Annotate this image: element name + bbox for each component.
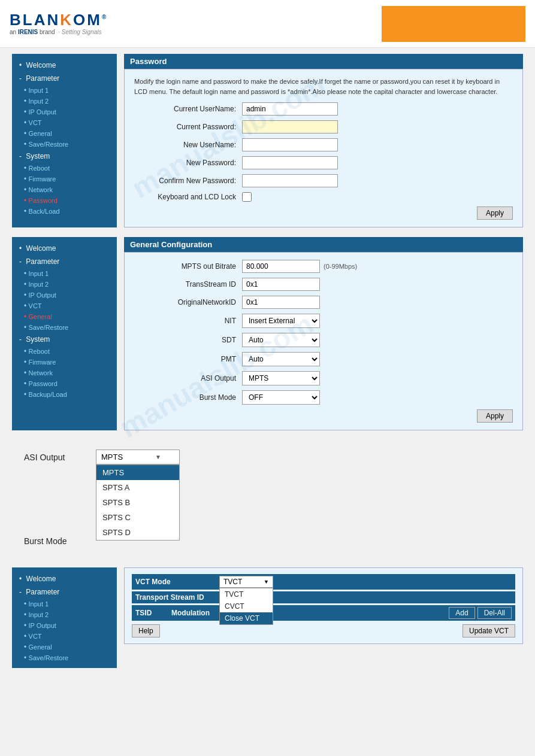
- current-password-label: Current Password:: [134, 123, 242, 131]
- sidebar-input2-1[interactable]: • Input 2: [12, 96, 117, 107]
- current-username-label: Current UserName:: [134, 105, 242, 113]
- sidebar-system-1: - System: [12, 150, 117, 163]
- sidebar-saverestore-2[interactable]: • Save/Restore: [12, 322, 117, 333]
- sidebar-vct-4[interactable]: • VCT: [12, 631, 117, 642]
- gen-apply-button[interactable]: Apply: [477, 409, 513, 423]
- sidebar-password-1[interactable]: • Password: [12, 195, 117, 206]
- logo-sub: an IRENIS brand · Setting Signals: [10, 29, 108, 35]
- vct-help-button[interactable]: Help: [132, 624, 160, 637]
- sidebar-reboot-1[interactable]: • Reboot: [12, 163, 117, 174]
- vct-mode-label: VCT Mode: [135, 578, 219, 586]
- password-apply-button[interactable]: Apply: [477, 207, 513, 220]
- asi-output-dropdown-row: ASI Output MPTS ▼ MPTS SPTS A SPTS B SPT…: [24, 450, 511, 464]
- vct-add-button[interactable]: Add: [449, 607, 474, 619]
- nit-select[interactable]: Insert External Auto Manual: [242, 314, 320, 328]
- sidebar-system-2: - System: [12, 333, 117, 346]
- sdt-row: SDT Auto Manual Off: [134, 333, 513, 347]
- sidebar-firmware-2[interactable]: • Firmware: [12, 357, 117, 368]
- asi-option-sptsc[interactable]: SPTS C: [96, 510, 179, 525]
- new-username-row: New UserName:: [134, 138, 513, 151]
- sidebar-ipoutput-2[interactable]: • IP Output: [12, 290, 117, 300]
- vct-mode-select[interactable]: TVCT ▼: [219, 576, 273, 588]
- sidebar-general-4[interactable]: • General: [12, 642, 117, 652]
- sidebar-vct-2[interactable]: • VCT: [12, 300, 117, 311]
- new-password-input[interactable]: [242, 156, 338, 169]
- vct-update-button[interactable]: Update VCT: [463, 624, 515, 637]
- asi-dropdown-wrapper: MPTS ▼ MPTS SPTS A SPTS B SPTS C SPTS D: [96, 450, 180, 464]
- sidebar-general-2[interactable]: • General: [12, 311, 117, 322]
- tsid-input[interactable]: [242, 278, 320, 291]
- vct-table-row: TSID Modulation ncy Add Del-All: [132, 605, 515, 621]
- mpts-bitrate-input[interactable]: [242, 260, 320, 273]
- general-config-title: General Configuration: [124, 237, 523, 252]
- confirm-password-label: Confirm New Password:: [134, 177, 242, 185]
- current-username-input[interactable]: [242, 102, 338, 116]
- new-password-row: New Password:: [134, 156, 513, 169]
- vct-delall-button[interactable]: Del-All: [477, 607, 512, 619]
- vct-option-tvct[interactable]: TVCT: [220, 588, 273, 600]
- sidebar-input1-1[interactable]: • Input 1: [12, 85, 117, 96]
- asi-output-dropdown-label: ASI Output: [24, 453, 90, 462]
- current-password-input[interactable]: [242, 120, 338, 133]
- sidebar-password-2[interactable]: • Password: [12, 378, 117, 389]
- sidebar-ipoutput-1[interactable]: • IP Output: [12, 107, 117, 117]
- sidebar-input1-2[interactable]: • Input 1: [12, 268, 117, 279]
- sidebar-vct-1[interactable]: • VCT: [12, 117, 117, 128]
- mpts-bitrate-hint: (0-99Mbps): [324, 263, 357, 270]
- asi-option-mpts[interactable]: MPTS: [96, 465, 179, 480]
- sidebar-firmware-1[interactable]: • Firmware: [12, 174, 117, 184]
- sidebar-saverestore-4[interactable]: • Save/Restore: [12, 652, 117, 663]
- vct-mode-dropdown: TVCT ▼ TVCT CVCT Close VCT: [219, 576, 273, 588]
- password-panel: Password Modify the login name and passw…: [124, 54, 523, 227]
- burst-mode-dropdown-label: Burst Mode: [24, 536, 90, 546]
- pmt-row: PMT Auto Manual: [134, 352, 513, 366]
- sidebar-saverestore-1[interactable]: • Save/Restore: [12, 139, 117, 150]
- vct-option-cvct[interactable]: CVCT: [220, 600, 273, 612]
- sidebar-welcome-1[interactable]: • Welcome: [12, 59, 117, 72]
- sdt-label: SDT: [134, 336, 242, 344]
- confirm-password-input[interactable]: [242, 174, 338, 187]
- asi-option-sptsb[interactable]: SPTS B: [96, 495, 179, 510]
- asi-dropdown-section: ASI Output MPTS ▼ MPTS SPTS A SPTS B SPT…: [12, 440, 523, 558]
- burst-mode-select[interactable]: OFF ON: [242, 390, 320, 405]
- general-config-section: • Welcome - Parameter • Input 1 • Input …: [12, 237, 523, 430]
- vct-panel: VCT Mode TVCT ▼ TVCT CVCT Close VCT: [124, 567, 523, 668]
- sidebar-input2-4[interactable]: • Input 2: [12, 609, 117, 620]
- password-section: • Welcome - Parameter • Input 1 • Input …: [12, 54, 523, 227]
- vct-mode-value: TVCT: [223, 578, 242, 586]
- asi-output-select[interactable]: MPTS SPTS A SPTS B SPTS C SPTS D: [242, 371, 320, 385]
- sdt-select[interactable]: Auto Manual Off: [242, 333, 320, 347]
- sidebar-general-1[interactable]: • General: [12, 128, 117, 139]
- vct-mod-col: Modulation: [171, 609, 225, 617]
- header: BLANKOM® an IRENIS brand · Setting Signa…: [0, 0, 535, 48]
- pmt-select[interactable]: Auto Manual: [242, 352, 320, 366]
- general-config-body: MPTS out Bitrate (0-99Mbps) TransStream …: [124, 252, 523, 430]
- sidebar-backupload-2[interactable]: • Backup/Load: [12, 389, 117, 400]
- sidebar-network-2[interactable]: • Network: [12, 368, 117, 378]
- sidebar-backload-1[interactable]: • Back/Load: [12, 206, 117, 217]
- sidebar-ipoutput-4[interactable]: • IP Output: [12, 620, 117, 631]
- logo-area: BLANKOM® an IRENIS brand · Setting Signa…: [10, 12, 108, 35]
- burst-mode-row: Burst Mode OFF ON: [134, 390, 513, 405]
- sidebar-4: • Welcome - Parameter • Input 1 • Input …: [12, 567, 117, 668]
- sidebar-input1-4[interactable]: • Input 1: [12, 599, 117, 609]
- asi-option-sptsd[interactable]: SPTS D: [96, 525, 179, 540]
- gen-apply-row: Apply: [134, 409, 513, 423]
- vct-option-closevct[interactable]: Close VCT: [220, 612, 273, 624]
- onid-input[interactable]: [242, 296, 320, 309]
- sidebar-parameter-2: - Parameter: [12, 255, 117, 268]
- vct-tsid-label: Transport Stream ID: [135, 593, 219, 602]
- sidebar-reboot-2[interactable]: • Reboot: [12, 346, 117, 357]
- sidebar-network-1[interactable]: • Network: [12, 184, 117, 195]
- sidebar-input2-2[interactable]: • Input 2: [12, 279, 117, 290]
- current-username-row: Current UserName:: [134, 102, 513, 116]
- sidebar-welcome-2[interactable]: • Welcome: [12, 242, 117, 255]
- keyboard-lock-checkbox[interactable]: [242, 192, 252, 202]
- sidebar-welcome-4[interactable]: • Welcome: [12, 572, 117, 585]
- vct-config-body: VCT Mode TVCT ▼ TVCT CVCT Close VCT: [124, 567, 523, 644]
- sidebar-parameter-4: - Parameter: [12, 585, 117, 599]
- asi-dropdown-selected[interactable]: MPTS ▼: [96, 450, 180, 464]
- new-username-input[interactable]: [242, 138, 338, 151]
- asi-output-row: ASI Output MPTS SPTS A SPTS B SPTS C SPT…: [134, 371, 513, 385]
- asi-option-sptsa[interactable]: SPTS A: [96, 480, 179, 495]
